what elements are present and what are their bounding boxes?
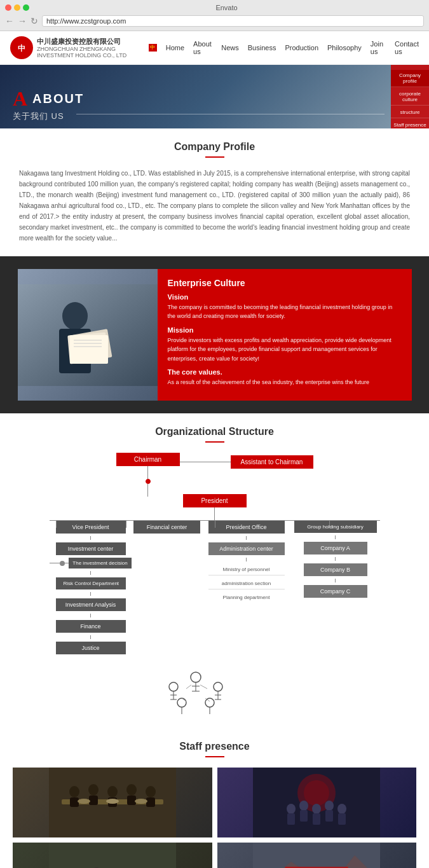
nav-business[interactable]: Business (248, 44, 276, 52)
enterprise-culture-image (18, 269, 158, 401)
org-chairman-col: Chairman (116, 453, 180, 497)
svg-point-52 (299, 801, 308, 811)
org-chairman-row: Chairman Assistant to Chairman (116, 453, 313, 497)
company-profile-title: Company Profile (19, 141, 410, 153)
nav-about[interactable]: About us (193, 40, 212, 55)
org-h-line-1 (180, 462, 231, 462)
title-underline (205, 156, 224, 158)
org-title-underline (205, 441, 224, 443)
org-tick-1 (56, 520, 57, 528)
svg-text:中: 中 (18, 44, 25, 53)
logo-area: 中 中川盛康投资控股有限公司 ZHONGCHUAN ZHENGKANG INVE… (10, 36, 149, 59)
svg-point-20 (214, 682, 222, 691)
staff-grid: 活动 (13, 768, 416, 868)
company-profile-section: Company Profile Nakagawa tang Investment… (0, 128, 429, 256)
org-v-vp (90, 536, 91, 540)
sidebar-structure[interactable]: structure (391, 107, 429, 118)
svg-point-38 (107, 786, 118, 797)
svg-line-28 (186, 685, 191, 689)
org-structure-section: Organizational Structure Chairman (0, 413, 429, 728)
forward-button[interactable]: → (18, 16, 27, 26)
maximize-dot[interactable] (23, 4, 29, 11)
people-icon-svg (158, 665, 234, 715)
svg-rect-41 (127, 796, 136, 805)
org-vp-box: Vice President (56, 521, 126, 534)
navigation: 中 Home About us News Business Production… (149, 40, 419, 55)
page: 中 中川盛康投资控股有限公司 ZHONGCHUAN ZHENGKANG INVE… (0, 31, 429, 868)
refresh-button[interactable]: ↻ (31, 16, 38, 26)
ec-vision-label: Vision (168, 293, 402, 301)
org-v-connector-3 (214, 507, 215, 520)
org-admin-section-text: administration section (208, 578, 285, 589)
browser-title: Envato (29, 4, 424, 11)
org-inv-center-box: Investment center (56, 542, 126, 555)
hero-title: A ABOUT 关于我们 US (13, 87, 84, 122)
staff-photo-3 (13, 843, 212, 868)
nav-production[interactable]: Production (285, 44, 318, 52)
staff-photo-1 (13, 768, 212, 837)
org-v-ministry (246, 558, 247, 561)
nav-news[interactable]: News (221, 44, 239, 52)
sidebar-company-profile[interactable]: Company profile (391, 70, 429, 87)
org-president-section: President (50, 494, 380, 521)
org-v-finance (90, 614, 91, 617)
svg-rect-43 (146, 797, 155, 807)
back-button[interactable]: ← (5, 16, 14, 26)
org-inv-decision-box: The investment decision (69, 558, 131, 568)
hero-about-en: ABOUT (32, 92, 84, 106)
org-group-holding-box: Group holding subsidiary (294, 521, 377, 533)
svg-rect-35 (70, 797, 79, 807)
language-flag[interactable]: 中 (149, 44, 157, 52)
close-dot[interactable] (5, 4, 11, 11)
enterprise-culture-container: Enterprise Culture Vision The company is… (18, 269, 412, 401)
minimize-dot[interactable] (14, 4, 20, 11)
svg-point-24 (177, 698, 186, 707)
org-planning-text: Planning department (208, 592, 285, 603)
svg-rect-60 (49, 843, 176, 868)
org-company-c-box: Company C (304, 585, 367, 598)
org-v-companyc (335, 579, 336, 582)
sidebar-staff[interactable]: Staff presence (391, 120, 429, 128)
org-v-justice (90, 635, 91, 639)
hero-about-zh: 关于我们 US (13, 111, 84, 122)
nav-home[interactable]: Home (166, 44, 184, 52)
browser-chrome: Envato ← → ↻ http://www.zcstgroup.com (0, 0, 429, 31)
svg-rect-51 (287, 813, 295, 825)
ec-core-values-text: As a result of the achievement of the se… (168, 378, 402, 387)
org-top: Chairman Assistant to Chairman President (19, 453, 410, 715)
svg-point-45 (106, 799, 119, 804)
org-tick-2 (126, 520, 126, 528)
svg-point-42 (146, 786, 156, 797)
staff-underline (205, 756, 224, 757)
hero-banner: A ABOUT 关于我们 US Company profile corporat… (0, 65, 429, 128)
sidebar-corporate-culture[interactable]: corporate culture (391, 88, 429, 106)
org-company-a-box: Company A (304, 542, 367, 555)
ec-core-values-label: The core values. (168, 368, 402, 376)
org-title: Organizational Structure (13, 426, 416, 437)
nav-contact[interactable]: Contact us (395, 40, 419, 55)
org-inv-center-row: The investment decision (50, 558, 131, 568)
svg-point-26 (205, 698, 214, 707)
company-profile-text: Nakagawa tang Investment Holding co., LT… (19, 168, 410, 244)
nav-join[interactable]: Join us (371, 40, 386, 55)
address-bar[interactable]: http://www.zcstgroup.com (42, 15, 424, 27)
org-financial-box: Financial center (133, 521, 200, 534)
svg-point-34 (69, 786, 79, 797)
svg-rect-8 (70, 335, 108, 364)
org-tick-3 (215, 520, 215, 528)
org-people-icon-area (158, 665, 272, 715)
logo-text: 中川盛康投资控股有限公司 ZHONGCHUAN ZHENGKANG INVEST… (37, 37, 149, 59)
org-admin-center-box: Administration center (208, 542, 285, 555)
staff-presence-section: Staff presence (0, 728, 429, 868)
svg-line-29 (200, 685, 207, 689)
org-col-financial: Financial center (132, 521, 202, 534)
svg-point-40 (126, 784, 137, 796)
org-v-risk (90, 571, 91, 575)
staff-title: Staff presence (13, 741, 416, 752)
enterprise-culture-content: Enterprise Culture Vision The company is… (158, 269, 412, 401)
org-justice-box: Justice (56, 642, 126, 654)
org-dot-gray-1 (60, 561, 65, 566)
nav-philosophy[interactable]: Philosophy (327, 44, 362, 52)
org-assistant-box: Assistant to Chairman (231, 455, 313, 469)
svg-rect-55 (313, 813, 320, 825)
